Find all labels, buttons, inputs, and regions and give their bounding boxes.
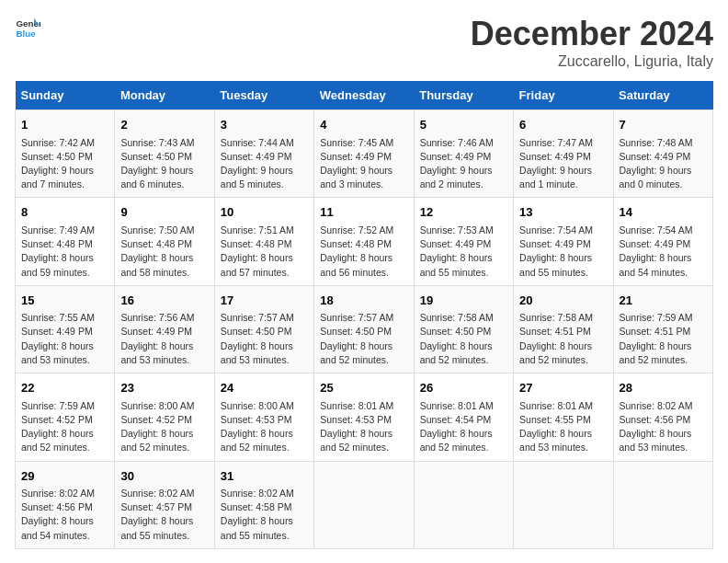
cell-details: Sunrise: 7:59 AMSunset: 4:52 PMDaylight:… (21, 399, 108, 455)
calendar-cell: 12Sunrise: 7:53 AMSunset: 4:49 PMDayligh… (414, 198, 513, 285)
calendar-cell: 2Sunrise: 7:43 AMSunset: 4:50 PMDaylight… (115, 110, 214, 198)
cell-details: Sunrise: 7:57 AMSunset: 4:50 PMDaylight:… (221, 311, 308, 367)
day-number: 7 (620, 116, 707, 134)
day-number: 22 (21, 379, 108, 397)
cell-details: Sunrise: 7:43 AMSunset: 4:50 PMDaylight:… (120, 136, 208, 192)
calendar-cell: 24Sunrise: 8:00 AMSunset: 4:53 PMDayligh… (214, 373, 313, 461)
day-header-saturday: Saturday (613, 81, 712, 110)
calendar-cell: 28Sunrise: 8:02 AMSunset: 4:56 PMDayligh… (613, 373, 712, 461)
cell-details: Sunrise: 7:57 AMSunset: 4:50 PMDaylight:… (320, 311, 407, 367)
cell-details: Sunrise: 7:52 AMSunset: 4:48 PMDaylight:… (320, 224, 407, 280)
cell-details: Sunrise: 7:44 AMSunset: 4:49 PMDaylight:… (221, 136, 308, 192)
cell-details: Sunrise: 7:46 AMSunset: 4:49 PMDaylight:… (420, 136, 507, 192)
day-number: 14 (620, 203, 707, 222)
calendar-cell: 20Sunrise: 7:58 AMSunset: 4:51 PMDayligh… (514, 285, 613, 373)
day-number: 10 (221, 203, 308, 222)
calendar-week-5: 29Sunrise: 8:02 AMSunset: 4:56 PMDayligh… (16, 461, 713, 548)
cell-details: Sunrise: 8:01 AMSunset: 4:55 PMDaylight:… (519, 399, 607, 455)
day-number: 21 (620, 292, 707, 310)
calendar-cell: 27Sunrise: 8:01 AMSunset: 4:55 PMDayligh… (514, 373, 613, 461)
calendar-cell: 21Sunrise: 7:59 AMSunset: 4:51 PMDayligh… (613, 285, 712, 373)
calendar-header-row: SundayMondayTuesdayWednesdayThursdayFrid… (16, 81, 713, 110)
day-number: 20 (519, 292, 607, 310)
calendar-cell (314, 461, 414, 548)
calendar-cell: 5Sunrise: 7:46 AMSunset: 4:49 PMDaylight… (414, 110, 513, 198)
cell-details: Sunrise: 8:02 AMSunset: 4:56 PMDaylight:… (620, 399, 707, 455)
day-number: 18 (320, 292, 407, 310)
location-subtitle: Zuccarello, Liguria, Italy (471, 53, 713, 70)
calendar-cell: 23Sunrise: 8:00 AMSunset: 4:52 PMDayligh… (115, 373, 214, 461)
calendar-cell: 8Sunrise: 7:49 AMSunset: 4:48 PMDaylight… (16, 198, 115, 285)
calendar-cell: 4Sunrise: 7:45 AMSunset: 4:49 PMDaylight… (314, 110, 414, 198)
day-number: 29 (21, 467, 108, 486)
calendar-cell: 16Sunrise: 7:56 AMSunset: 4:49 PMDayligh… (115, 285, 214, 373)
cell-details: Sunrise: 7:50 AMSunset: 4:48 PMDaylight:… (120, 224, 208, 280)
day-header-wednesday: Wednesday (314, 81, 414, 110)
calendar-cell: 14Sunrise: 7:54 AMSunset: 4:49 PMDayligh… (613, 198, 712, 285)
calendar-cell: 30Sunrise: 8:02 AMSunset: 4:57 PMDayligh… (115, 461, 214, 548)
day-header-thursday: Thursday (414, 81, 513, 110)
cell-details: Sunrise: 8:01 AMSunset: 4:54 PMDaylight:… (420, 399, 507, 455)
calendar-cell: 31Sunrise: 8:02 AMSunset: 4:58 PMDayligh… (214, 461, 313, 548)
cell-details: Sunrise: 7:48 AMSunset: 4:49 PMDaylight:… (620, 136, 707, 192)
month-title: December 2024 (471, 15, 713, 53)
cell-details: Sunrise: 8:02 AMSunset: 4:58 PMDaylight:… (221, 487, 308, 543)
cell-details: Sunrise: 8:00 AMSunset: 4:53 PMDaylight:… (221, 399, 308, 455)
logo-icon: General Blue (15, 15, 40, 40)
day-number: 24 (221, 379, 308, 397)
calendar-cell: 22Sunrise: 7:59 AMSunset: 4:52 PMDayligh… (16, 373, 115, 461)
day-header-friday: Friday (514, 81, 613, 110)
calendar-cell: 15Sunrise: 7:55 AMSunset: 4:49 PMDayligh… (16, 285, 115, 373)
calendar-cell: 7Sunrise: 7:48 AMSunset: 4:49 PMDaylight… (613, 110, 712, 198)
calendar-cell: 19Sunrise: 7:58 AMSunset: 4:50 PMDayligh… (414, 285, 513, 373)
day-header-tuesday: Tuesday (214, 81, 313, 110)
logo: General Blue (15, 15, 40, 40)
day-number: 3 (221, 116, 308, 134)
day-number: 25 (320, 379, 407, 397)
cell-details: Sunrise: 8:02 AMSunset: 4:57 PMDaylight:… (120, 487, 208, 543)
cell-details: Sunrise: 7:58 AMSunset: 4:50 PMDaylight:… (420, 311, 507, 367)
cell-details: Sunrise: 7:47 AMSunset: 4:49 PMDaylight:… (519, 136, 607, 192)
calendar-cell: 17Sunrise: 7:57 AMSunset: 4:50 PMDayligh… (214, 285, 313, 373)
calendar-cell: 10Sunrise: 7:51 AMSunset: 4:48 PMDayligh… (214, 198, 313, 285)
day-number: 31 (221, 467, 308, 486)
day-number: 2 (120, 116, 208, 134)
cell-details: Sunrise: 7:51 AMSunset: 4:48 PMDaylight:… (221, 224, 308, 280)
cell-details: Sunrise: 7:58 AMSunset: 4:51 PMDaylight:… (519, 311, 607, 367)
day-number: 23 (120, 379, 208, 397)
cell-details: Sunrise: 8:01 AMSunset: 4:53 PMDaylight:… (320, 399, 407, 455)
day-number: 1 (21, 116, 108, 134)
day-number: 19 (420, 292, 507, 310)
day-header-monday: Monday (115, 81, 214, 110)
cell-details: Sunrise: 8:00 AMSunset: 4:52 PMDaylight:… (120, 399, 208, 455)
cell-details: Sunrise: 7:49 AMSunset: 4:48 PMDaylight:… (21, 224, 108, 280)
cell-details: Sunrise: 7:45 AMSunset: 4:49 PMDaylight:… (320, 136, 407, 192)
calendar-week-3: 15Sunrise: 7:55 AMSunset: 4:49 PMDayligh… (16, 285, 713, 373)
calendar-week-2: 8Sunrise: 7:49 AMSunset: 4:48 PMDaylight… (16, 198, 713, 285)
day-number: 8 (21, 203, 108, 222)
day-number: 15 (21, 292, 108, 310)
calendar-cell: 11Sunrise: 7:52 AMSunset: 4:48 PMDayligh… (314, 198, 414, 285)
day-number: 28 (620, 379, 707, 397)
day-number: 4 (320, 116, 407, 134)
calendar-cell (613, 461, 712, 548)
day-number: 12 (420, 203, 507, 222)
day-number: 9 (120, 203, 208, 222)
cell-details: Sunrise: 7:54 AMSunset: 4:49 PMDaylight:… (620, 224, 707, 280)
day-number: 6 (519, 116, 607, 134)
calendar-week-4: 22Sunrise: 7:59 AMSunset: 4:52 PMDayligh… (16, 373, 713, 461)
cell-details: Sunrise: 7:42 AMSunset: 4:50 PMDaylight:… (21, 136, 108, 192)
day-number: 16 (120, 292, 208, 310)
cell-details: Sunrise: 7:59 AMSunset: 4:51 PMDaylight:… (620, 311, 707, 367)
cell-details: Sunrise: 7:55 AMSunset: 4:49 PMDaylight:… (21, 311, 108, 367)
cell-details: Sunrise: 7:53 AMSunset: 4:49 PMDaylight:… (420, 224, 507, 280)
calendar-cell: 9Sunrise: 7:50 AMSunset: 4:48 PMDaylight… (115, 198, 214, 285)
calendar-cell: 6Sunrise: 7:47 AMSunset: 4:49 PMDaylight… (514, 110, 613, 198)
day-number: 17 (221, 292, 308, 310)
calendar-cell: 18Sunrise: 7:57 AMSunset: 4:50 PMDayligh… (314, 285, 414, 373)
day-number: 26 (420, 379, 507, 397)
svg-text:Blue: Blue (16, 29, 36, 39)
calendar-cell: 1Sunrise: 7:42 AMSunset: 4:50 PMDaylight… (16, 110, 115, 198)
calendar-cell (514, 461, 613, 548)
cell-details: Sunrise: 8:02 AMSunset: 4:56 PMDaylight:… (21, 487, 108, 543)
